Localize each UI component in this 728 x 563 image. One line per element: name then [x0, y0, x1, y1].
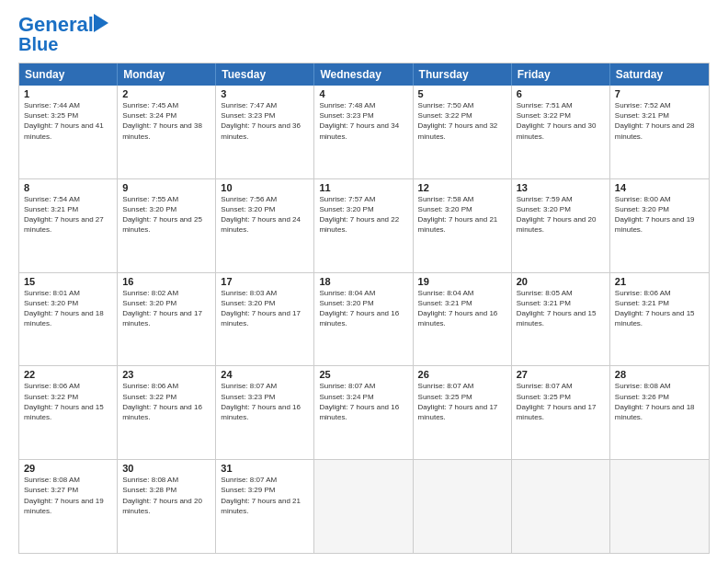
logo-blue-text: Blue [18, 35, 58, 53]
calendar-cell: 5Sunrise: 7:50 AMSunset: 3:22 PMDaylight… [414, 86, 512, 178]
cell-info: Sunrise: 8:07 AMSunset: 3:23 PMDaylight:… [221, 381, 309, 422]
calendar-cell: 24Sunrise: 8:07 AMSunset: 3:23 PMDayligh… [216, 366, 314, 459]
calendar-cell: 23Sunrise: 8:06 AMSunset: 3:22 PMDayligh… [118, 366, 216, 459]
day-number: 23 [122, 369, 210, 380]
day-number: 19 [418, 276, 506, 287]
cell-info: Sunrise: 7:58 AMSunset: 3:20 PMDaylight:… [418, 194, 506, 236]
calendar-cell: 22Sunrise: 8:06 AMSunset: 3:22 PMDayligh… [19, 366, 118, 459]
day-number: 4 [319, 88, 407, 99]
calendar-cell: 7Sunrise: 7:52 AMSunset: 3:21 PMDaylight… [610, 86, 709, 178]
calendar-cell: 31Sunrise: 8:07 AMSunset: 3:29 PMDayligh… [216, 460, 314, 553]
cell-info: Sunrise: 7:51 AMSunset: 3:22 PMDaylight:… [517, 100, 605, 142]
day-number: 9 [122, 182, 210, 193]
day-number: 17 [221, 276, 309, 287]
cell-info: Sunrise: 8:05 AMSunset: 3:21 PMDaylight:… [517, 288, 605, 329]
day-number: 12 [418, 182, 506, 193]
calendar-header: SundayMondayTuesdayWednesdayThursdayFrid… [19, 63, 709, 86]
cell-info: Sunrise: 7:52 AMSunset: 3:21 PMDaylight:… [615, 100, 704, 142]
cell-info: Sunrise: 8:06 AMSunset: 3:21 PMDaylight:… [615, 288, 704, 329]
cell-info: Sunrise: 8:08 AMSunset: 3:28 PMDaylight:… [122, 475, 210, 516]
day-number: 18 [319, 276, 407, 287]
calendar-cell: 16Sunrise: 8:02 AMSunset: 3:20 PMDayligh… [118, 273, 216, 366]
day-number: 27 [517, 369, 605, 380]
cell-info: Sunrise: 8:06 AMSunset: 3:22 PMDaylight:… [24, 381, 112, 422]
calendar-cell: 9Sunrise: 7:55 AMSunset: 3:20 PMDaylight… [118, 179, 216, 272]
calendar-cell: 4Sunrise: 7:48 AMSunset: 3:23 PMDaylight… [314, 86, 413, 178]
header-day-saturday: Saturday [610, 63, 709, 86]
cell-info: Sunrise: 8:07 AMSunset: 3:25 PMDaylight:… [418, 381, 506, 422]
calendar-cell: 10Sunrise: 7:56 AMSunset: 3:20 PMDayligh… [216, 179, 314, 272]
calendar-cell: 17Sunrise: 8:03 AMSunset: 3:20 PMDayligh… [216, 273, 314, 366]
calendar-cell: 8Sunrise: 7:54 AMSunset: 3:21 PMDaylight… [19, 179, 118, 272]
day-number: 30 [122, 463, 210, 474]
calendar-cell: 20Sunrise: 8:05 AMSunset: 3:21 PMDayligh… [512, 273, 610, 366]
day-number: 21 [615, 276, 704, 287]
calendar-cell: 15Sunrise: 8:01 AMSunset: 3:20 PMDayligh… [19, 273, 118, 366]
calendar-cell: 14Sunrise: 8:00 AMSunset: 3:20 PMDayligh… [610, 179, 709, 272]
cell-info: Sunrise: 7:48 AMSunset: 3:23 PMDaylight:… [319, 100, 407, 142]
calendar-row-1: 1Sunrise: 7:44 AMSunset: 3:25 PMDaylight… [19, 86, 709, 178]
header-day-thursday: Thursday [414, 63, 512, 86]
calendar-cell [414, 460, 512, 553]
cell-info: Sunrise: 7:59 AMSunset: 3:20 PMDaylight:… [517, 194, 605, 236]
calendar-body: 1Sunrise: 7:44 AMSunset: 3:25 PMDaylight… [19, 86, 709, 553]
logo-text: General [18, 15, 94, 35]
cell-info: Sunrise: 8:01 AMSunset: 3:20 PMDaylight:… [24, 288, 112, 329]
day-number: 13 [517, 182, 605, 193]
header-day-friday: Friday [512, 63, 610, 86]
calendar-row-3: 15Sunrise: 8:01 AMSunset: 3:20 PMDayligh… [19, 272, 709, 366]
calendar-cell [512, 460, 610, 553]
logo-arrow-icon [94, 14, 108, 32]
cell-info: Sunrise: 8:06 AMSunset: 3:22 PMDaylight:… [122, 381, 210, 422]
calendar-cell: 27Sunrise: 8:07 AMSunset: 3:25 PMDayligh… [512, 366, 610, 459]
day-number: 26 [418, 369, 506, 380]
day-number: 28 [615, 369, 704, 380]
day-number: 24 [221, 369, 309, 380]
cell-info: Sunrise: 7:44 AMSunset: 3:25 PMDaylight:… [24, 100, 112, 142]
header: General Blue [18, 15, 710, 53]
day-number: 15 [24, 276, 112, 287]
day-number: 16 [122, 276, 210, 287]
cell-info: Sunrise: 8:04 AMSunset: 3:21 PMDaylight:… [418, 288, 506, 329]
cell-info: Sunrise: 7:55 AMSunset: 3:20 PMDaylight:… [122, 194, 210, 236]
cell-info: Sunrise: 8:07 AMSunset: 3:29 PMDaylight:… [221, 475, 309, 516]
day-number: 20 [517, 276, 605, 287]
day-number: 22 [24, 369, 112, 380]
calendar-cell: 1Sunrise: 7:44 AMSunset: 3:25 PMDaylight… [19, 86, 118, 178]
cell-info: Sunrise: 7:50 AMSunset: 3:22 PMDaylight:… [418, 100, 506, 142]
calendar-cell: 19Sunrise: 8:04 AMSunset: 3:21 PMDayligh… [414, 273, 512, 366]
calendar-cell: 28Sunrise: 8:08 AMSunset: 3:26 PMDayligh… [610, 366, 709, 459]
calendar-cell: 25Sunrise: 8:07 AMSunset: 3:24 PMDayligh… [314, 366, 413, 459]
calendar: SundayMondayTuesdayWednesdayThursdayFrid… [18, 63, 710, 554]
cell-info: Sunrise: 8:07 AMSunset: 3:24 PMDaylight:… [319, 381, 407, 422]
cell-info: Sunrise: 8:00 AMSunset: 3:20 PMDaylight:… [615, 194, 704, 236]
day-number: 1 [24, 88, 112, 99]
calendar-cell: 2Sunrise: 7:45 AMSunset: 3:24 PMDaylight… [118, 86, 216, 178]
calendar-cell: 29Sunrise: 8:08 AMSunset: 3:27 PMDayligh… [19, 460, 118, 553]
day-number: 7 [615, 88, 704, 99]
day-number: 11 [319, 182, 407, 193]
cell-info: Sunrise: 7:47 AMSunset: 3:23 PMDaylight:… [221, 100, 309, 142]
header-day-tuesday: Tuesday [216, 63, 314, 86]
day-number: 29 [24, 463, 112, 474]
header-day-wednesday: Wednesday [314, 63, 413, 86]
logo: General Blue [18, 15, 108, 53]
calendar-cell: 11Sunrise: 7:57 AMSunset: 3:20 PMDayligh… [314, 179, 413, 272]
calendar-cell: 18Sunrise: 8:04 AMSunset: 3:20 PMDayligh… [314, 273, 413, 366]
day-number: 10 [221, 182, 309, 193]
day-number: 8 [24, 182, 112, 193]
calendar-cell: 13Sunrise: 7:59 AMSunset: 3:20 PMDayligh… [512, 179, 610, 272]
calendar-cell: 3Sunrise: 7:47 AMSunset: 3:23 PMDaylight… [216, 86, 314, 178]
day-number: 25 [319, 369, 407, 380]
calendar-row-2: 8Sunrise: 7:54 AMSunset: 3:21 PMDaylight… [19, 178, 709, 272]
cell-info: Sunrise: 8:08 AMSunset: 3:27 PMDaylight:… [24, 475, 112, 516]
cell-info: Sunrise: 8:07 AMSunset: 3:25 PMDaylight:… [517, 381, 605, 422]
page: General Blue SundayMondayTuesdayWednesda… [0, 0, 728, 563]
calendar-cell: 26Sunrise: 8:07 AMSunset: 3:25 PMDayligh… [414, 366, 512, 459]
calendar-cell: 12Sunrise: 7:58 AMSunset: 3:20 PMDayligh… [414, 179, 512, 272]
calendar-row-4: 22Sunrise: 8:06 AMSunset: 3:22 PMDayligh… [19, 365, 709, 459]
calendar-cell: 6Sunrise: 7:51 AMSunset: 3:22 PMDaylight… [512, 86, 610, 178]
cell-info: Sunrise: 8:08 AMSunset: 3:26 PMDaylight:… [615, 381, 704, 422]
day-number: 3 [221, 88, 309, 99]
cell-info: Sunrise: 7:57 AMSunset: 3:20 PMDaylight:… [319, 194, 407, 236]
